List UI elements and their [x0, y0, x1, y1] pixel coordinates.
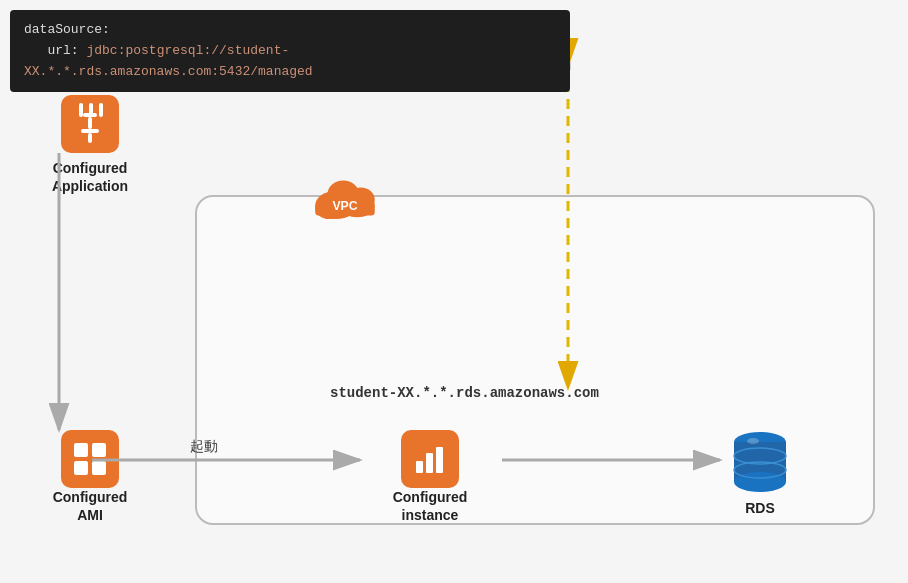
rds-icon — [731, 430, 789, 494]
code-url-key: url: — [40, 43, 79, 58]
svg-rect-10 — [99, 103, 103, 117]
svg-rect-21 — [436, 447, 443, 473]
instance-icon — [401, 430, 459, 488]
configured-instance: Configured instance — [360, 430, 500, 524]
svg-rect-19 — [416, 461, 423, 473]
rds-label: RDS — [745, 500, 775, 516]
svg-rect-20 — [426, 453, 433, 473]
code-datasource-key: dataSource: — [24, 22, 110, 37]
application-icon — [61, 95, 119, 153]
svg-rect-15 — [74, 443, 88, 457]
hostname-label: student-XX.*.*.rds.amazonaws.com — [330, 385, 599, 401]
svg-rect-12 — [88, 117, 92, 129]
kido-label: 起動 — [190, 438, 218, 456]
svg-rect-18 — [92, 461, 106, 475]
configured-application: Configured Application — [30, 95, 150, 195]
code-block: dataSource: url: jdbc:postgresql://stude… — [10, 10, 570, 92]
svg-rect-17 — [74, 461, 88, 475]
svg-rect-13 — [81, 129, 99, 133]
ami-icon — [61, 430, 119, 488]
svg-text:VPC: VPC — [332, 199, 357, 213]
vpc-cloud-icon: VPC — [310, 175, 380, 221]
svg-point-27 — [747, 438, 759, 444]
svg-rect-16 — [92, 443, 106, 457]
configured-ami: Configured AMI — [30, 430, 150, 524]
svg-rect-11 — [83, 113, 97, 117]
configured-instance-label: Configured instance — [393, 488, 468, 524]
rds-container: RDS — [720, 430, 800, 516]
configured-ami-label: Configured AMI — [53, 488, 128, 524]
svg-rect-8 — [79, 103, 83, 117]
vpc-cloud-label: VPC — [310, 175, 380, 221]
configured-application-label: Configured Application — [52, 159, 128, 195]
svg-rect-14 — [88, 133, 92, 143]
